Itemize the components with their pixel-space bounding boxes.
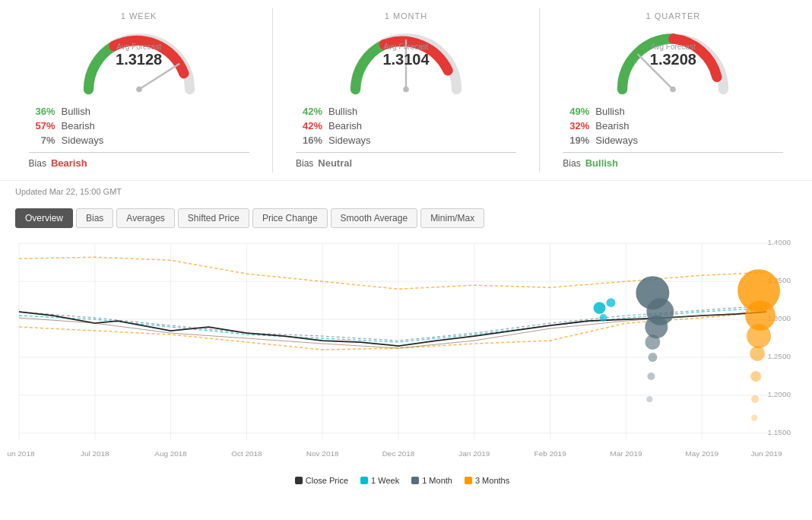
x-label-feb2019: Feb 2019 (534, 449, 567, 458)
bullish-pct-week: 36% (29, 106, 56, 117)
x-label-mar2019: Mar 2019 (610, 449, 642, 458)
updated-timestamp: Updated Mar 22, 15:00 GMT (0, 181, 812, 202)
x-label-aug2018: Aug 2018 (154, 449, 187, 458)
y-label-1200: 1.2000 (768, 390, 791, 398)
bias-row-quarter: Bias Bullish (563, 157, 783, 169)
bearish-label-month: Bearish (328, 120, 362, 132)
bullish-label-week: Bullish (62, 106, 90, 117)
bearish-pct-week: 57% (29, 120, 56, 132)
legend-close: Close Price (295, 476, 348, 485)
chart-wrapper: 1.4000 1.3500 1.3000 1.2500 1.2000 1.150… (8, 236, 797, 471)
divider-month (296, 152, 516, 153)
gauge-title-quarter: 1 QUARTER (645, 11, 700, 21)
gauge-label-month: Avg Forecast 1.3104 (382, 43, 429, 68)
y-label-1400: 1.4000 (768, 238, 791, 246)
bearish-label-week: Bearish (62, 120, 95, 132)
stats-week: 36% Bullish 57% Bearish 7% Sideways Bias… (29, 104, 249, 169)
tab-overview[interactable]: Overview (15, 208, 73, 228)
orange-bubble-sm-2 (750, 371, 761, 382)
gauge-label-week: Avg Forecast 1.3128 (116, 43, 162, 68)
sideways-row-quarter: 19% Sideways (563, 133, 783, 147)
svg-point-5 (671, 87, 677, 93)
bullish-label-month: Bullish (328, 106, 357, 117)
bias-value-quarter: Bullish (585, 157, 618, 169)
legend-1month: 1 Month (411, 476, 452, 485)
gray-bubble-xs-1 (646, 396, 652, 402)
sideways-row-month: 16% Sideways (296, 133, 516, 147)
gauge-panel-quarter: 1 QUARTER Avg Forecast 1.3208 49% Bullis… (559, 8, 787, 173)
orange-bubble-med-1 (747, 324, 771, 348)
avg-forecast-label-quarter: Avg Forecast (650, 43, 696, 51)
bias-value-month: Neutral (318, 157, 352, 169)
bearish-label-quarter: Bearish (595, 120, 629, 132)
teal-bubble-1 (594, 302, 606, 314)
x-label-jun2018: Jun 2018 (8, 449, 35, 458)
bearish-row-month: 42% Bearish (296, 119, 516, 133)
avg-forecast-value-month: 1.3104 (382, 51, 429, 68)
bias-text-month: Bias (296, 158, 313, 169)
tab-bias[interactable]: Bias (76, 208, 113, 228)
gauge-quarter: Avg Forecast 1.3208 (604, 24, 741, 93)
tab-shifted-price[interactable]: Shifted Price (178, 208, 249, 228)
bullish-pct-quarter: 49% (563, 106, 589, 117)
gauge-label-quarter: Avg Forecast 1.3208 (650, 43, 696, 68)
svg-point-1 (136, 87, 142, 93)
main-chart: 1.4000 1.3500 1.3000 1.2500 1.2000 1.150… (8, 236, 797, 471)
sideways-label-week: Sideways (62, 135, 104, 146)
legend-dot-1month (411, 477, 419, 484)
x-label-jan2019: Jan 2019 (458, 449, 490, 458)
avg-forecast-label-month: Avg Forecast (382, 43, 429, 51)
teal-bubble-2 (606, 298, 615, 307)
legend-label-1month: 1 Month (422, 476, 452, 485)
x-label-oct2018: Oct 2018 (231, 449, 262, 458)
avg-forecast-label-week: Avg Forecast (116, 43, 162, 51)
bias-text-week: Bias (29, 158, 46, 169)
chart-legend: Close Price 1 Week 1 Month 3 Months (8, 471, 797, 488)
gauge-month: Avg Forecast 1.3104 (338, 24, 474, 93)
gray-bubble-large-3 (645, 315, 668, 338)
avg-forecast-value-week: 1.3128 (116, 51, 162, 68)
y-label-1250: 1.2500 (768, 352, 791, 360)
legend-label-1week: 1 Week (371, 476, 399, 485)
sideways-pct-month: 16% (296, 135, 322, 146)
bearish-row-week: 57% Bearish (29, 119, 249, 133)
teal-bubble-3 (600, 314, 607, 322)
x-label-may2019: May 2019 (685, 449, 718, 458)
tab-price-change[interactable]: Price Change (252, 208, 328, 228)
x-label-nov2018: Nov 2018 (306, 449, 339, 458)
gauge-panel-week: 1 WEEK Avg Forecast 1.3128 36% Bullis (25, 8, 253, 173)
tab-minim-max[interactable]: Minim/Max (420, 208, 484, 228)
bearish-pct-quarter: 32% (563, 120, 589, 132)
sep1 (272, 8, 273, 173)
y-label-1150: 1.1500 (768, 428, 791, 436)
bullish-row-week: 36% Bullish (29, 104, 249, 119)
orange-bubble-xs-2 (751, 415, 757, 421)
legend-1week: 1 Week (360, 476, 399, 485)
chart-area: 1.4000 1.3500 1.3000 1.2500 1.2000 1.150… (0, 228, 812, 496)
legend-dot-1week (360, 477, 368, 484)
sideways-pct-week: 7% (29, 135, 56, 146)
bullish-pct-month: 42% (296, 106, 322, 117)
sideways-label-quarter: Sideways (595, 135, 638, 146)
stats-quarter: 49% Bullish 32% Bearish 19% Sideways Bia… (563, 104, 783, 169)
legend-label-close: Close Price (306, 476, 348, 485)
bias-text-quarter: Bias (563, 158, 580, 169)
tab-averages[interactable]: Averages (116, 208, 174, 228)
gray-bubble-med-1 (645, 335, 660, 350)
bias-value-week: Bearish (51, 157, 87, 169)
divider-week (29, 152, 249, 153)
bias-row-month: Bias Neutral (296, 157, 516, 169)
bullish-label-quarter: Bullish (595, 106, 624, 117)
gauge-week: Avg Forecast 1.3128 (71, 24, 208, 93)
bearish-row-quarter: 32% Bearish (563, 119, 783, 133)
gray-bubble-sm-1 (648, 353, 657, 362)
legend-3months: 3 Months (465, 476, 509, 485)
gauge-panel-month: 1 MONTH Avg Forecast 1.3104 42% Bullish (292, 8, 520, 173)
gauge-panels-container: 1 WEEK Avg Forecast 1.3128 36% Bullis (0, 0, 812, 181)
gauge-title-week: 1 WEEK (121, 11, 157, 21)
legend-dot-3months (465, 477, 472, 484)
x-label-dec2018: Dec 2018 (382, 449, 415, 458)
tab-smooth-average[interactable]: Smooth Average (331, 208, 418, 228)
bullish-row-quarter: 49% Bullish (563, 104, 783, 119)
svg-point-3 (403, 87, 409, 93)
